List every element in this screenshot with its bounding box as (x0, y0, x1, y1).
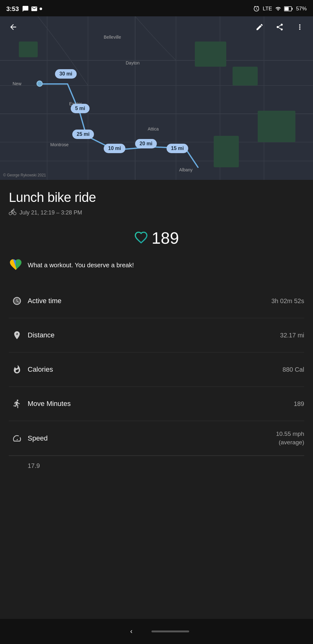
distance-label: Distance (25, 331, 280, 339)
svg-rect-18 (214, 136, 239, 167)
mile-marker-20: 20 mi (135, 139, 157, 148)
stat-row-distance[interactable]: Distance 32.17 mi (9, 318, 304, 353)
battery-icon (284, 6, 293, 12)
status-time: 3:53 (6, 5, 19, 13)
calories-icon (9, 361, 25, 378)
speed-value: 10.55 mph (average) (276, 430, 304, 447)
distance-icon (9, 327, 25, 343)
battery-percentage: 57% (296, 6, 307, 12)
svg-rect-3 (284, 7, 288, 11)
navigation-bar: ‹ (0, 619, 313, 644)
svg-point-0 (40, 8, 42, 10)
map-label-dayton: Dayton (126, 60, 140, 65)
content-area: Lunch bike ride July 21, 12:19 – 3:28 PM… (0, 180, 313, 644)
gmail-icon (31, 5, 38, 12)
map-label-belleville: Belleville (104, 35, 121, 40)
calories-label: Calories (25, 365, 283, 374)
activity-time-row: July 21, 12:19 – 3:28 PM (9, 208, 304, 217)
map-label-new: New (13, 81, 21, 86)
map-label-attica: Attica (148, 126, 159, 131)
heart-score-row: 189 (9, 229, 304, 247)
mile-marker-25: 25 mi (72, 130, 94, 139)
route-start-dot (36, 80, 43, 87)
nav-back-button[interactable]: ‹ (124, 624, 139, 639)
map-area: Belleville Dayton New Exeter Attica Mont… (0, 16, 313, 180)
mile-marker-15: 15 mi (167, 144, 188, 153)
more-options-button[interactable] (293, 20, 307, 34)
notification-dot (40, 8, 42, 10)
move-minutes-label: Move Minutes (25, 400, 294, 408)
google-fit-heart-icon (9, 258, 23, 273)
map-label-albany: Albany (179, 167, 193, 172)
svg-rect-16 (233, 67, 258, 86)
map-label-montrose: Montrose (50, 142, 69, 147)
back-button[interactable] (6, 20, 20, 34)
distance-value: 32.17 mi (280, 332, 304, 339)
map-action-buttons (253, 20, 307, 34)
active-time-icon (9, 293, 25, 309)
svg-rect-2 (292, 8, 293, 10)
chat-icon (22, 5, 29, 12)
mile-marker-5: 5 mi (71, 104, 90, 113)
active-time-value: 3h 02m 52s (271, 297, 304, 305)
route-svg (0, 16, 313, 180)
move-minutes-icon (9, 396, 25, 412)
share-button[interactable] (273, 20, 287, 34)
active-time-label: Active time (25, 297, 271, 305)
status-bar: 3:53 LTE 57% (0, 0, 313, 16)
mile-marker-30: 30 mi (55, 69, 77, 79)
edit-button[interactable] (253, 20, 266, 34)
activity-title: Lunch bike ride (9, 190, 304, 205)
stat-row-move-minutes[interactable]: Move Minutes 189 (9, 387, 304, 421)
stat-row-active-time[interactable]: Active time 3h 02m 52s (9, 284, 304, 318)
teal-heart-icon (134, 230, 148, 246)
speed-icon (9, 430, 25, 447)
map-toolbar (0, 20, 313, 34)
speed-label: Speed (25, 434, 276, 442)
speed-max-partial: 17.9 (9, 456, 304, 469)
workout-message-text: What a workout. You deserve a break! (28, 262, 134, 269)
status-time-area: 3:53 (6, 5, 42, 13)
move-minutes-value: 189 (294, 400, 304, 408)
svg-rect-19 (19, 42, 38, 57)
map-copyright: © George Rykowski 2021 (3, 173, 46, 177)
heart-score-number: 189 (152, 229, 179, 247)
svg-rect-17 (258, 111, 295, 142)
mile-marker-10: 10 mi (104, 144, 125, 153)
stat-row-speed[interactable]: Speed 10.55 mph (average) (9, 421, 304, 456)
nav-home-indicator[interactable] (151, 630, 189, 632)
status-right-icons: LTE 57% (253, 6, 307, 12)
activity-time-label: July 21, 12:19 – 3:28 PM (19, 209, 82, 216)
bike-icon (9, 208, 16, 217)
signal-icon (275, 6, 281, 12)
calories-value: 880 Cal (283, 366, 304, 373)
alarm-icon (253, 6, 260, 12)
stat-row-calories[interactable]: Calories 880 Cal (9, 353, 304, 387)
status-notification-icons (22, 5, 42, 12)
lte-indicator: LTE (263, 6, 272, 12)
svg-rect-15 (195, 42, 226, 67)
workout-message-row: What a workout. You deserve a break! (9, 256, 304, 274)
